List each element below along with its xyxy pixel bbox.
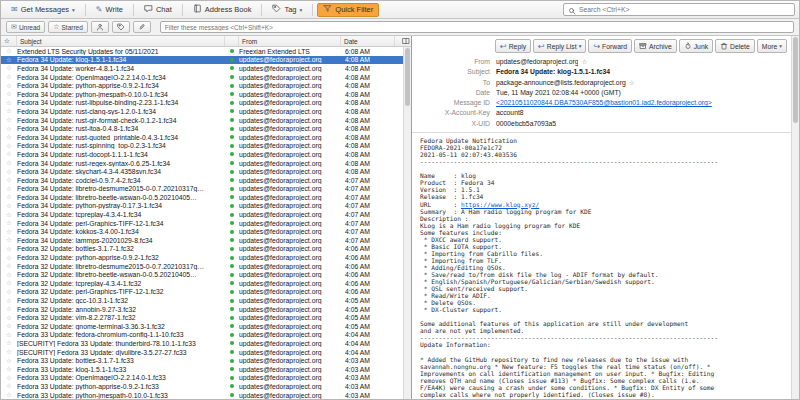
- message-row[interactable]: ☆ Fedora 32 Update: perl-Graphics-TIFF-1…: [1, 288, 411, 297]
- star-icon[interactable]: ☆: [1, 219, 17, 227]
- get-messages-button[interactable]: ✉ Get Messages ▾: [5, 3, 81, 17]
- message-row[interactable]: ☆ Fedora 34 Update: rust-spinning_top-0.…: [1, 142, 411, 151]
- message-row[interactable]: ☆ Fedora 34 Update: lammps-20201029-8.fc…: [1, 236, 411, 245]
- star-icon[interactable]: ☆: [1, 391, 17, 399]
- filter-tags-toggle[interactable]: [112, 21, 130, 33]
- message-id-link[interactable]: <20210511020844.DBA7530AF855@bastion01.i…: [496, 98, 712, 108]
- star-icon[interactable]: ☆: [1, 90, 17, 98]
- star-icon[interactable]: ☆: [1, 374, 17, 382]
- message-row[interactable]: ☆ Fedora 34 Update: libretro-beetle-wswa…: [1, 193, 411, 202]
- reply-button[interactable]: ↩ Reply: [495, 39, 531, 53]
- star-icon[interactable]: ☆: [1, 279, 17, 287]
- filter-messages-box[interactable]: [160, 21, 794, 33]
- message-row[interactable]: ☆ Fedora 33 Update: fedora-chromium-conf…: [1, 331, 411, 340]
- global-search-box[interactable]: [563, 3, 795, 16]
- message-row[interactable]: ☆ Fedora 33 Update: python-jmespath-0.10…: [1, 391, 411, 400]
- star-icon[interactable]: ☆: [1, 236, 17, 244]
- star-icon[interactable]: ☆: [1, 314, 17, 322]
- star-icon[interactable]: ☆: [1, 262, 17, 270]
- message-row[interactable]: ☆ Fedora 34 Update: rust-gir-format-chec…: [1, 116, 411, 125]
- star-icon[interactable]: ☆: [1, 150, 17, 158]
- message-row[interactable]: ☆ Fedora 34 Update: libretro-desmume2015…: [1, 185, 411, 194]
- star-icon[interactable]: ☆: [1, 211, 17, 219]
- star-icon[interactable]: ☆: [1, 185, 17, 193]
- message-row[interactable]: ☆ Fedora 34 Update: perl-Graphics-TIFF-1…: [1, 219, 411, 228]
- message-row[interactable]: ☆ Fedora 34 Update: klog-1.5.1-1.fc34 up…: [1, 56, 411, 65]
- star-icon[interactable]: ☆: [1, 82, 17, 90]
- archive-button[interactable]: Archive: [634, 39, 677, 53]
- filter-starred-toggle[interactable]: ☆ Starred: [48, 21, 88, 33]
- star-icon[interactable]: ☆: [1, 142, 17, 150]
- address-book-button[interactable]: Address Book: [187, 3, 258, 17]
- message-row[interactable]: ☆ Fedora 34 Update: rust-clang-sys-1.2.0…: [1, 107, 411, 116]
- write-button[interactable]: ✎ Write: [90, 3, 129, 17]
- message-row[interactable]: ☆ Fedora 34 Update: OpenImageIO-2.2.14.0…: [1, 73, 411, 82]
- klog-url-link[interactable]: https://www.klog.xyz/: [461, 201, 539, 208]
- message-row[interactable]: ☆ Extended LTS Security Updates for 05/1…: [1, 47, 411, 56]
- star-icon[interactable]: ☆: [1, 107, 17, 115]
- message-row[interactable]: ☆ [SECURITY] Fedora 33 Update: thunderbi…: [1, 339, 411, 348]
- star-icon[interactable]: ☆: [1, 339, 17, 347]
- column-picker-icon[interactable]: [402, 37, 410, 46]
- star-icon[interactable]: ☆: [1, 116, 17, 124]
- star-icon[interactable]: ☆: [1, 202, 17, 210]
- contact-column-header[interactable]: [225, 36, 239, 46]
- message-row[interactable]: ☆ Fedora 34 Update: python-jmespath-0.10…: [1, 90, 411, 99]
- message-row[interactable]: ☆ Fedora 32 Update: gcc-10.3.1-1.fc32 up…: [1, 296, 411, 305]
- filter-attachment-toggle[interactable]: [133, 21, 151, 33]
- filter-unread-toggle[interactable]: ✉ Unread: [6, 21, 45, 33]
- reply-list-button[interactable]: ↩ Reply List ▾: [533, 39, 586, 53]
- message-scrollbar[interactable]: [791, 36, 799, 400]
- message-row[interactable]: ☆ Fedora 34 Update: rust-regex-syntax-0.…: [1, 159, 411, 168]
- star-icon[interactable]: ☆: [1, 193, 17, 201]
- star-icon[interactable]: ☆: [1, 331, 17, 339]
- star-icon[interactable]: ☆: [1, 159, 17, 167]
- chat-button[interactable]: Chat: [138, 3, 178, 17]
- message-row[interactable]: ☆ Fedora 32 Update: vim-8.2.2787-1.fc32 …: [1, 313, 411, 322]
- message-row[interactable]: ☆ Fedora 34 Update: worker-4.8.1-1.fc34 …: [1, 64, 411, 73]
- star-icon[interactable]: ☆: [1, 176, 17, 184]
- message-row[interactable]: ☆ Fedora 32 Update: libretro-beetle-wswa…: [1, 270, 411, 279]
- star-icon[interactable]: ☆: [1, 254, 17, 262]
- star-icon[interactable]: ☆: [1, 357, 17, 365]
- to-address[interactable]: package-announce@lists.fedoraproject.org: [496, 78, 626, 88]
- message-row[interactable]: ☆ [SECURITY] Fedora 33 Update: djvulibre…: [1, 348, 411, 357]
- message-row[interactable]: ☆ Fedora 33 Update: OpenImageIO-2.2.14.0…: [1, 374, 411, 383]
- message-list-scrollbar[interactable]: [403, 47, 411, 400]
- tag-button[interactable]: Tag ▾: [266, 3, 308, 17]
- message-row[interactable]: ☆ Fedora 34 Update: python-pystray-0.17.…: [1, 202, 411, 211]
- star-icon[interactable]: ☆: [1, 322, 17, 330]
- star-icon[interactable]: ☆: [1, 56, 17, 64]
- more-button[interactable]: More ▾: [757, 39, 787, 53]
- message-row[interactable]: ☆ Fedora 34 Update: rust-itoa-0.4.8-1.fc…: [1, 124, 411, 133]
- star-icon[interactable]: ☆: [1, 47, 17, 55]
- star-icon[interactable]: ☆: [1, 271, 17, 279]
- from-address[interactable]: updates@fedoraproject.org: [496, 57, 578, 67]
- subject-column-header[interactable]: Subject: [17, 36, 225, 46]
- star-icon[interactable]: ☆: [1, 133, 17, 141]
- star-icon[interactable]: ☆: [1, 168, 17, 176]
- message-row[interactable]: ☆ Fedora 34 Update: skychart-4.3-4.4358s…: [1, 167, 411, 176]
- from-column-header[interactable]: From: [239, 36, 341, 46]
- global-search-input[interactable]: [579, 6, 790, 13]
- message-row[interactable]: ☆ Fedora 34 Update: python-apprise-0.9.2…: [1, 81, 411, 90]
- message-row[interactable]: ☆ Fedora 32 Update: libretro-desmume2015…: [1, 262, 411, 271]
- filter-contact-toggle[interactable]: [91, 21, 109, 33]
- junk-button[interactable]: Junk: [679, 39, 713, 53]
- star-icon[interactable]: ☆: [1, 305, 17, 313]
- star-icon[interactable]: ☆: [1, 125, 17, 133]
- message-row[interactable]: ☆ Fedora 33 Update: klog-1.5.1-1.fc33 up…: [1, 365, 411, 374]
- message-row[interactable]: ☆ Fedora 34 Update: codciel-0.9.7.4-2.fc…: [1, 176, 411, 185]
- date-column-header[interactable]: Date: [341, 36, 395, 46]
- message-row[interactable]: ☆ Fedora 32 Update: python-apprise-0.9.2…: [1, 253, 411, 262]
- delete-button[interactable]: Delete: [715, 39, 755, 53]
- star-column-header[interactable]: ☆: [1, 36, 17, 46]
- star-icon[interactable]: ☆: [1, 73, 17, 81]
- message-row[interactable]: ☆ Fedora 32 Update: bottles-3.1.7-1.fc32…: [1, 245, 411, 254]
- star-icon[interactable]: ☆: [1, 382, 17, 390]
- message-row[interactable]: ☆ Fedora 34 Update: tcpreplay-4.3.4-1.fc…: [1, 210, 411, 219]
- quick-filter-button[interactable]: Quick Filter: [317, 3, 379, 17]
- filter-messages-input[interactable]: [165, 24, 789, 31]
- star-address-icon[interactable]: ☆: [629, 78, 635, 88]
- message-row[interactable]: ☆ Fedora 33 Update: python-apprise-0.9.2…: [1, 382, 411, 391]
